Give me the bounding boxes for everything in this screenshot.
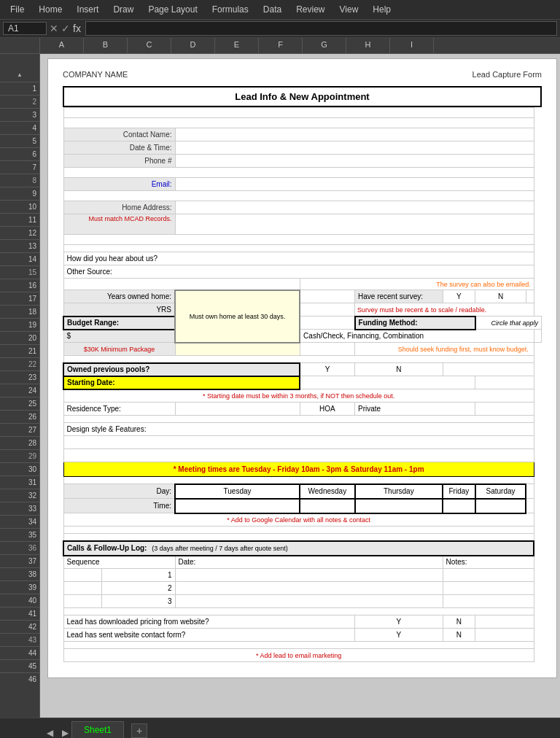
email-label: Email: (152, 180, 172, 188)
seq-1: 1 (168, 571, 172, 579)
starting-note: * Starting date must be within 3 months,… (203, 392, 394, 400)
pricing-label: Lead has downloaded pricing from website… (67, 618, 209, 626)
contact-form-label: Lead has sent website contact form? (67, 631, 186, 639)
draw-menu[interactable]: Draw (106, 3, 141, 16)
day-thursday: Thursday (384, 487, 414, 495)
notes-col-label: Notes: (446, 558, 467, 566)
n-label-survey: N (498, 292, 503, 300)
col-b: B (84, 38, 128, 53)
col-f: F (259, 38, 303, 53)
help-menu[interactable]: Help (365, 3, 398, 16)
survey-note: The survey can also be emailed. (436, 281, 531, 288)
seq-2: 2 (168, 584, 172, 592)
sheet1-tab[interactable]: Sheet1 (71, 721, 124, 738)
other-source-label: Other Source: (67, 268, 112, 276)
prev-sheet-btn[interactable]: ◀ (44, 728, 56, 738)
file-menu[interactable]: File (3, 3, 31, 16)
form-type-label: Lead Capture Form (472, 70, 542, 79)
must-own-note: Must own home at least 30 days. (190, 313, 286, 320)
date-time-label: Date & Time: (130, 144, 172, 152)
private-label: Private (358, 405, 381, 413)
time-label: Time: (153, 502, 171, 510)
day-label: Day: (156, 487, 171, 495)
col-a: A (40, 38, 84, 53)
page-layout-menu[interactable]: Page Layout (141, 3, 204, 16)
sequence-label: Sequence (67, 558, 100, 566)
design-label: Design style & Features: (67, 425, 147, 433)
col-d: D (171, 38, 215, 53)
phone-label: Phone # (144, 157, 171, 165)
min-package: $30K Minimum Package (84, 346, 155, 353)
add-sheet-btn[interactable]: + (131, 723, 147, 738)
company-name: COMPANY NAME (63, 70, 128, 79)
date-col-label: Date: (179, 558, 196, 566)
payment-methods: Cash/Check, Financing, Combination (303, 332, 424, 340)
day-tuesday: Tuesday (224, 487, 252, 495)
n-pricing: N (456, 618, 462, 626)
yrs-label: YRS (156, 306, 171, 314)
insert-menu[interactable]: Insert (69, 3, 106, 16)
col-c: C (128, 38, 171, 53)
tab-bar: ◀ ▶ Sheet1 + (0, 718, 560, 738)
col-i: I (390, 38, 434, 53)
form-title: Lead Info & New Appointment (63, 86, 542, 107)
must-match-note: Must match MCAD Records. (67, 215, 172, 222)
day-wednesday: Wednesday (308, 487, 347, 495)
budget-range-label: Budget Range: (67, 319, 119, 327)
y-label-survey: Y (456, 292, 462, 300)
years-owned-label: Years owned home: (107, 292, 171, 300)
y-contact: Y (396, 631, 401, 639)
calls-log-sub: (3 days after meeting / 7 days after quo… (152, 545, 288, 552)
funding-method-label: Funding Method: (359, 319, 418, 327)
form-header: COMPANY NAME Lead Capture Form (63, 70, 542, 79)
calls-log-label: Calls & Follow-Up Log: (67, 544, 147, 552)
data-menu[interactable]: Data (256, 3, 289, 16)
contact-name-label: Contact Name: (123, 131, 172, 139)
owned-pools-label: Owned previous pools? (67, 365, 149, 373)
y-pricing: Y (396, 618, 401, 626)
email-marketing: * Add lead to email marketing (256, 652, 341, 659)
col-g: G (303, 38, 346, 53)
home-menu[interactable]: Home (31, 3, 69, 16)
seq-3: 3 (168, 597, 172, 605)
review-menu[interactable]: Review (289, 3, 332, 16)
y-pools: Y (325, 365, 330, 373)
hoa-label: HOA (319, 405, 335, 413)
n-contact: N (456, 631, 462, 639)
n-pools: N (396, 365, 401, 373)
day-saturday: Saturday (486, 487, 515, 495)
day-friday: Friday (448, 487, 469, 495)
funding-note: Should seek funding first, must know bud… (357, 346, 532, 353)
home-address-label: Home Address: (122, 203, 171, 211)
survey-note2: Survey must be recent & to scale / reada… (357, 306, 486, 314)
function-icon: fx (73, 23, 81, 34)
starting-date-label: Starting Date: (67, 378, 115, 387)
calendar-note: * Add to Google Calendar with all notes … (227, 516, 370, 524)
sheet-content: COMPANY NAME Lead Capture Form Lead Info… (40, 54, 560, 718)
dollar-label: $ (67, 332, 71, 340)
formula-input[interactable] (85, 21, 557, 36)
row-numbers: ▲ 12345678910111213141516171819202122232… (0, 54, 40, 718)
col-h: H (346, 38, 390, 53)
next-sheet-btn[interactable]: ▶ (59, 728, 71, 738)
have-recent-label: Have recent survey: (358, 292, 423, 300)
confirm-icon: ✓ (61, 23, 70, 34)
formulas-menu[interactable]: Formulas (205, 3, 256, 16)
how-hear-label: How did you hear about us? (67, 255, 158, 263)
cell-reference-box[interactable] (3, 22, 47, 35)
view-menu[interactable]: View (332, 3, 366, 16)
meeting-times: * Meeting times are Tuesday - Friday 10a… (174, 465, 424, 473)
circle-apply: Circle that apply (491, 319, 538, 327)
col-e: E (215, 38, 259, 53)
residence-label: Residence Type: (67, 405, 121, 413)
cancel-icon: ✕ (50, 23, 58, 34)
